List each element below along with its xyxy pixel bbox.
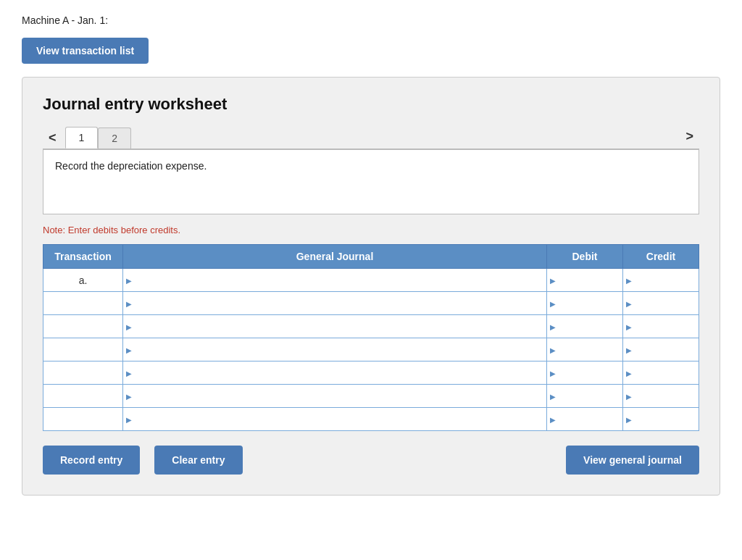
note-text: Note: Enter debits before credits. <box>43 225 699 235</box>
credit-cell[interactable] <box>623 338 699 362</box>
view-general-journal-button[interactable]: View general journal <box>566 446 699 475</box>
tab-prev-button[interactable]: < <box>43 128 62 147</box>
credit-cell[interactable] <box>623 385 699 408</box>
tabs-nav-area: < 1 2 <box>43 127 131 149</box>
transaction-cell[interactable] <box>43 338 123 362</box>
general-journal-cell[interactable] <box>123 362 547 385</box>
debit-cell[interactable] <box>547 385 623 408</box>
clear-entry-button[interactable]: Clear entry <box>154 446 242 475</box>
credit-cell[interactable] <box>623 408 699 431</box>
col-debit: Debit <box>547 245 623 269</box>
col-credit: Credit <box>623 245 699 269</box>
journal-table: Transaction General Journal Debit Credit… <box>43 244 699 431</box>
general-journal-cell[interactable] <box>123 338 547 362</box>
general-journal-cell[interactable] <box>123 315 547 338</box>
table-row <box>43 292 699 315</box>
tab-1[interactable]: 1 <box>65 127 99 149</box>
col-transaction: Transaction <box>43 245 123 269</box>
general-journal-cell[interactable] <box>123 269 547 292</box>
debit-cell[interactable] <box>547 315 623 338</box>
transaction-cell[interactable] <box>43 385 123 408</box>
general-journal-cell[interactable] <box>123 292 547 315</box>
transaction-cell[interactable] <box>43 292 123 315</box>
table-row <box>43 338 699 362</box>
col-general-journal: General Journal <box>123 245 547 269</box>
worksheet-title: Journal entry worksheet <box>43 95 699 114</box>
table-row <box>43 362 699 385</box>
instruction-text: Record the depreciation expense. <box>55 160 207 172</box>
table-row <box>43 315 699 338</box>
table-row <box>43 385 699 408</box>
buttons-row: Record entry Clear entry View general jo… <box>43 446 699 475</box>
transaction-cell[interactable] <box>43 315 123 338</box>
worksheet-container: Journal entry worksheet < 1 2 > Record t… <box>22 77 720 496</box>
record-entry-button[interactable]: Record entry <box>43 446 140 475</box>
tabs-wrapper: < 1 2 > <box>43 127 699 149</box>
credit-cell[interactable] <box>623 315 699 338</box>
table-row <box>43 408 699 431</box>
credit-cell[interactable] <box>623 292 699 315</box>
transaction-cell[interactable]: a. <box>43 269 123 292</box>
tabs: 1 2 <box>65 127 132 149</box>
debit-cell[interactable] <box>547 362 623 385</box>
debit-cell[interactable] <box>547 292 623 315</box>
general-journal-cell[interactable] <box>123 408 547 431</box>
debit-cell[interactable] <box>547 338 623 362</box>
general-journal-cell[interactable] <box>123 385 547 408</box>
tab-next-button[interactable]: > <box>680 127 699 146</box>
credit-cell[interactable] <box>623 362 699 385</box>
view-transaction-button[interactable]: View transaction list <box>22 38 149 64</box>
credit-cell[interactable] <box>623 269 699 292</box>
transaction-cell[interactable] <box>43 408 123 431</box>
tab-2[interactable]: 2 <box>98 128 131 149</box>
transaction-cell[interactable] <box>43 362 123 385</box>
instruction-box: Record the depreciation expense. <box>43 149 699 214</box>
debit-cell[interactable] <box>547 269 623 292</box>
page-title: Machine A - Jan. 1: <box>22 14 720 26</box>
table-row: a. <box>43 269 699 292</box>
debit-cell[interactable] <box>547 408 623 431</box>
